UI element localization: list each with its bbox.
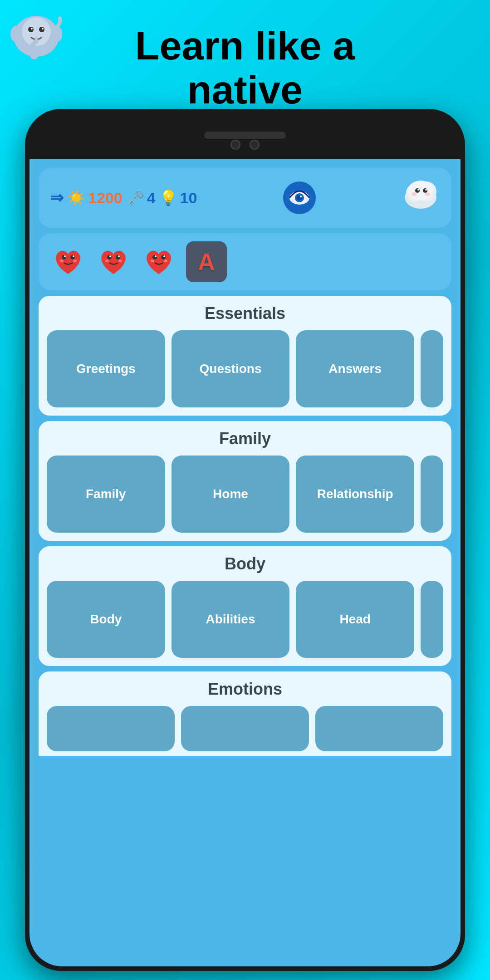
emotions-card-1[interactable] [47,706,175,751]
sun-icon: ☀️ [67,189,85,206]
home-card[interactable]: Home [172,456,290,533]
tagline-line2: native [187,67,303,112]
lives-bar: A [39,233,451,290]
family-section: Family Family Home Relationship [39,421,451,541]
svg-point-18 [417,189,419,191]
cloud-character [402,177,440,219]
camera-left [230,140,240,150]
body-cards: Body Abilities Head [47,581,443,658]
tagline: Learn like a native [135,15,355,112]
emotions-title: Emotions [47,680,443,699]
phone-frame: ⇒ ☀️ 1200 🗝️ 4 💡 10 [25,109,465,971]
keys-value: 4 [147,189,156,207]
keys-stat: 🗝️ 4 [126,189,156,207]
stats-bar: ⇒ ☀️ 1200 🗝️ 4 💡 10 [39,168,451,228]
svg-point-32 [105,260,109,262]
bulbs-stat: 💡 10 [159,189,197,207]
mascot-icon [9,9,64,64]
svg-point-24 [64,255,66,257]
greetings-label: Greetings [73,358,139,380]
essentials-cards: Greetings Questions Answers [47,330,443,407]
svg-point-22 [62,255,66,260]
notch-bar [29,113,461,159]
arrow-icon: ⇒ [50,188,64,207]
heart-1 [50,244,86,280]
svg-point-37 [163,255,165,257]
svg-point-31 [118,255,120,257]
questions-label: Questions [196,358,265,380]
svg-point-5 [42,28,44,29]
heart-3 [141,244,177,280]
emotions-cards [47,706,443,751]
xp-value: 1200 [88,189,122,207]
eye-button[interactable] [283,181,316,214]
family-label: Family [82,483,130,505]
body-section: Body Body Abilities Head [39,546,451,666]
svg-point-27 [73,260,77,262]
answers-label: Answers [325,358,385,380]
abilities-card[interactable]: Abilities [172,581,290,658]
answers-card[interactable]: Answers [296,330,414,407]
days-card-partial [421,330,443,407]
family-cards: Family Home Relationship [47,456,443,533]
svg-point-16 [415,188,420,193]
marriage-card-partial [421,456,443,533]
head-label: Head [336,608,374,630]
emotions-section: Emotions [39,671,451,756]
svg-point-29 [116,255,120,260]
svg-point-30 [109,255,111,257]
svg-point-34 [152,255,157,260]
body-title: Body [47,554,443,573]
stats-left: ⇒ ☀️ 1200 🗝️ 4 💡 10 [50,188,197,207]
letter-box[interactable]: A [186,241,227,282]
body-label: Body [86,608,125,630]
speaker [204,132,286,139]
svg-point-39 [164,260,167,262]
svg-point-19 [425,189,427,191]
svg-point-17 [423,188,427,193]
relationship-label: Relationship [314,483,397,505]
svg-point-4 [31,28,33,29]
screen-content: ⇒ ☀️ 1200 🗝️ 4 💡 10 [29,159,461,966]
phone-inner: ⇒ ☀️ 1200 🗝️ 4 💡 10 [29,113,461,966]
svg-point-38 [151,260,154,262]
relationship-card[interactable]: Relationship [296,456,414,533]
svg-point-35 [161,255,166,260]
essentials-section: Essentials Greetings Questions Answers [39,296,451,416]
bulbs-value: 10 [180,189,197,207]
svg-point-36 [155,255,157,257]
hands-card-partial [421,581,443,658]
family-card[interactable]: Family [47,456,165,533]
svg-point-28 [107,255,112,260]
cameras [230,140,260,150]
key-icon: 🗝️ [126,189,144,206]
svg-point-2 [28,27,34,32]
home-label: Home [209,483,252,505]
body-card[interactable]: Body [47,581,165,658]
abilities-label: Abilities [202,608,259,630]
greetings-card[interactable]: Greetings [47,330,165,407]
header: Learn like a native [0,0,490,127]
svg-point-6 [10,26,21,42]
emotions-card-3[interactable] [315,706,443,751]
svg-point-3 [39,27,44,32]
svg-point-15 [408,181,433,201]
svg-point-33 [118,260,122,262]
questions-card[interactable]: Questions [172,330,290,407]
bulb-icon: 💡 [159,189,177,206]
svg-point-11 [300,196,302,197]
head-card[interactable]: Head [296,581,414,658]
svg-point-20 [412,192,417,196]
svg-point-21 [425,192,430,196]
camera-right [250,140,260,150]
heart-2 [95,244,132,280]
svg-point-25 [73,255,74,257]
emotions-card-2[interactable] [181,706,309,751]
essentials-title: Essentials [47,304,443,323]
svg-point-26 [60,260,64,262]
family-title: Family [47,429,443,448]
tagline-line1: Learn like a [135,23,355,68]
svg-point-23 [70,255,75,260]
xp-stat: ☀️ 1200 [67,189,122,207]
